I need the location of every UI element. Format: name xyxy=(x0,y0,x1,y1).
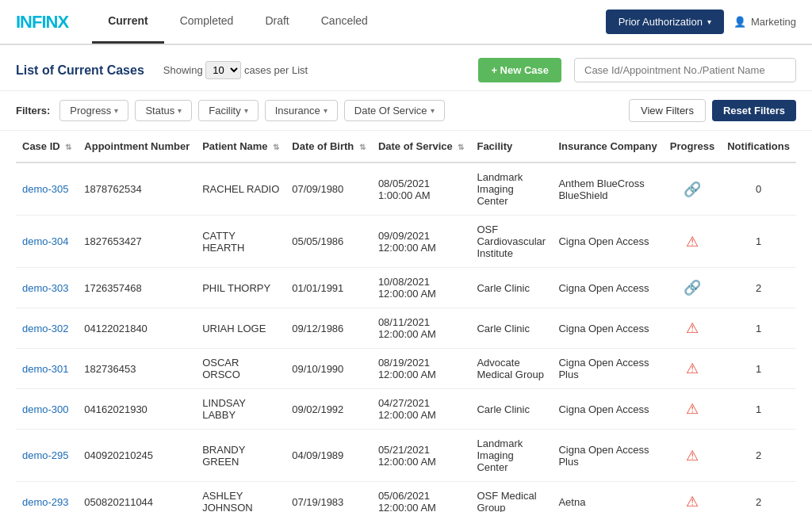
dos-cell: 08/11/2021 12:00:00 AM xyxy=(372,308,471,349)
notifications-cell: 2 xyxy=(721,268,796,308)
prior-auth-dropdown[interactable]: Prior Authorization ▾ xyxy=(606,10,724,34)
progress-lock-icon: 🔗 xyxy=(684,181,701,197)
table-row[interactable]: demo-295 040920210245 BRANDY GREEN 04/09… xyxy=(16,430,796,482)
filter-label-text: Date Of Service xyxy=(354,105,427,117)
patient-name-cell: LINDSAY LABBY xyxy=(196,389,285,430)
col-header-insurance-company: Insurance Company xyxy=(552,131,663,162)
table-row[interactable]: demo-293 050820211044 ASHLEY JOHNSON 07/… xyxy=(16,482,796,513)
dos-cell: 05/06/2021 12:00:00 AM xyxy=(372,482,471,513)
progress-lock-icon: 🔗 xyxy=(684,280,701,296)
notifications-cell: 1 xyxy=(721,349,796,389)
user-label: Marketing xyxy=(751,16,796,28)
progress-cell: 🔗 xyxy=(664,268,721,308)
patient-name-cell: ASHLEY JOHNSON xyxy=(196,482,285,513)
progress-cell: ⚠ xyxy=(664,430,721,482)
table-row[interactable]: demo-302 04122021840 URIAH LOGE 09/12/19… xyxy=(16,308,796,349)
nav-tabs: CurrentCompletedDraftCanceled xyxy=(92,0,384,44)
new-case-button[interactable]: + New Case xyxy=(478,58,561,82)
facility-cell: Carle Clinic xyxy=(470,268,552,308)
table-container: Case ID ⇅Appointment NumberPatient Name … xyxy=(0,131,812,512)
logo: INFINX xyxy=(16,12,68,32)
filter-btn-progress[interactable]: Progress ▾ xyxy=(59,100,128,121)
sort-icon: ⇅ xyxy=(458,143,464,151)
dos-cell: 10/08/2021 12:00:00 AM xyxy=(372,268,471,308)
facility-cell: Advocate Medical Group xyxy=(470,349,552,389)
dos-cell: 04/27/2021 12:00:00 AM xyxy=(372,389,471,430)
facility-cell: Carle Clinic xyxy=(470,389,552,430)
logo-text2: X xyxy=(57,12,68,32)
case-id-cell: demo-305 xyxy=(16,162,78,216)
dos-cell: 08/19/2021 12:00:00 AM xyxy=(372,349,471,389)
dropdown-arrow-icon: ▾ xyxy=(707,17,711,26)
insurance-cell: Cigna Open Access xyxy=(552,216,663,268)
insurance-cell: Anthem BlueCross BlueShield xyxy=(552,162,663,216)
dob-cell: 09/10/1990 xyxy=(285,349,372,389)
nav-tab-completed[interactable]: Completed xyxy=(164,0,250,44)
filter-arrow-icon: ▾ xyxy=(324,106,327,115)
search-input[interactable] xyxy=(574,58,796,82)
appt-number-cell: 1878762534 xyxy=(78,162,196,216)
filter-btn-insurance[interactable]: Insurance ▾ xyxy=(265,100,338,121)
cases-table: Case ID ⇅Appointment NumberPatient Name … xyxy=(16,131,796,512)
patient-name-cell: RACHEL RADIO xyxy=(196,162,285,216)
progress-warn-icon: ⚠ xyxy=(686,401,699,417)
table-row[interactable]: demo-300 04162021930 LINDSAY LABBY 09/02… xyxy=(16,389,796,430)
nav-tab-current[interactable]: Current xyxy=(92,0,164,44)
filter-btn-status[interactable]: Status ▾ xyxy=(135,100,192,121)
col-header-case-id[interactable]: Case ID ⇅ xyxy=(16,131,78,162)
case-id-cell: demo-303 xyxy=(16,268,78,308)
view-filters-button[interactable]: View Filters xyxy=(629,99,706,122)
col-header-date-of-birth[interactable]: Date of Birth ⇅ xyxy=(285,131,372,162)
table-header: Case ID ⇅Appointment NumberPatient Name … xyxy=(16,131,796,162)
patient-name-cell: URIAH LOGE xyxy=(196,308,285,349)
appt-number-cell: 04162021930 xyxy=(78,389,196,430)
dob-cell: 01/01/1991 xyxy=(285,268,372,308)
nav-tab-draft[interactable]: Draft xyxy=(249,0,304,44)
insurance-cell: Cigna Open Access Plus xyxy=(552,430,663,482)
sort-icon: ⇅ xyxy=(273,143,279,151)
sort-icon: ⇅ xyxy=(359,143,366,151)
facility-cell: OSF Medical Group xyxy=(470,482,552,513)
header-right: Prior Authorization ▾ 👤 Marketing xyxy=(606,10,796,34)
col-header-patient-name[interactable]: Patient Name ⇅ xyxy=(196,131,285,162)
notifications-cell: 2 xyxy=(721,482,796,513)
appt-number-cell: 1726357468 xyxy=(78,268,196,308)
insurance-cell: Cigna Open Access Plus xyxy=(552,349,663,389)
notifications-cell: 1 xyxy=(721,216,796,268)
user-icon: 👤 xyxy=(733,16,746,28)
filter-label-text: Progress xyxy=(70,105,111,117)
filter-btn-facility[interactable]: Facility ▾ xyxy=(198,100,258,121)
case-id-cell: demo-301 xyxy=(16,349,78,389)
progress-warn-icon: ⚠ xyxy=(686,320,699,336)
reset-filters-button[interactable]: Reset Filters xyxy=(712,100,796,121)
table-row[interactable]: demo-301 182736453 OSCAR ORSCO 09/10/199… xyxy=(16,349,796,389)
insurance-cell: Cigna Open Access xyxy=(552,389,663,430)
progress-warn-icon: ⚠ xyxy=(686,361,699,376)
dob-cell: 04/09/1989 xyxy=(285,430,372,482)
prior-auth-label: Prior Authorization xyxy=(619,16,703,28)
filter-btn-date-of-service[interactable]: Date Of Service ▾ xyxy=(344,100,445,121)
appt-number-cell: 040920210245 xyxy=(78,430,196,482)
table-body: demo-305 1878762534 RACHEL RADIO 07/09/1… xyxy=(16,162,796,512)
table-row[interactable]: demo-304 1827653427 CATTY HEARTH 05/05/1… xyxy=(16,216,796,268)
showing-label: Showing 10 25 50 cases per List xyxy=(163,61,308,79)
col-header-notifications: Notifications xyxy=(721,131,796,162)
dos-cell: 08/05/2021 1:00:00 AM xyxy=(372,162,471,216)
sort-icon: ⇅ xyxy=(65,143,71,151)
per-page-select[interactable]: 10 25 50 xyxy=(205,61,241,79)
filter-label-text: Status xyxy=(145,105,174,117)
toolbar: List of Current Cases Showing 10 25 50 c… xyxy=(0,45,812,91)
nav-tab-canceled[interactable]: Canceled xyxy=(305,0,384,44)
insurance-cell: Cigna Open Access xyxy=(552,308,663,349)
patient-name-cell: OSCAR ORSCO xyxy=(196,349,285,389)
facility-cell: Carle Clinic xyxy=(470,308,552,349)
filter-arrow-icon: ▾ xyxy=(178,106,182,115)
table-row[interactable]: demo-303 1726357468 PHIL THORPY 01/01/19… xyxy=(16,268,796,308)
progress-cell: ⚠ xyxy=(664,482,721,513)
filter-buttons: Progress ▾Status ▾Facility ▾Insurance ▾D… xyxy=(59,100,444,121)
insurance-cell: Aetna xyxy=(552,482,663,513)
patient-name-cell: BRANDY GREEN xyxy=(196,430,285,482)
col-header-date-of-service[interactable]: Date of Service ⇅ xyxy=(372,131,471,162)
filter-label-text: Insurance xyxy=(275,105,320,117)
table-row[interactable]: demo-305 1878762534 RACHEL RADIO 07/09/1… xyxy=(16,162,796,216)
